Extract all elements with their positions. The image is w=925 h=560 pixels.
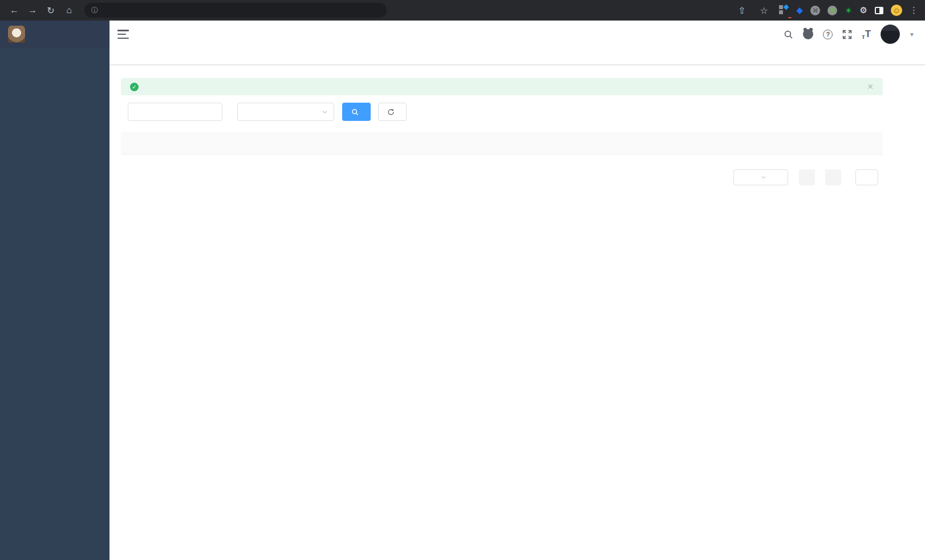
reset-button[interactable] — [378, 103, 407, 121]
share-icon[interactable]: ⇧ — [735, 3, 749, 18]
sidebar-toggle-icon[interactable] — [117, 30, 129, 39]
browser-toolbar: ← → ↻ ⌂ ⓘ ⇧ ☆ ◆ ⌘ ✶ ⚙ ☺ ⋮ — [0, 0, 925, 21]
user-menu[interactable]: ▼ — [881, 25, 915, 44]
green-dot-extension-icon[interactable] — [827, 6, 837, 15]
address-bar[interactable]: ⓘ — [84, 3, 387, 18]
page-content: ✓ ✕ — [109, 65, 883, 185]
user-avatar — [881, 25, 900, 44]
page-size-select[interactable] — [733, 169, 788, 185]
main-area: ? тT ▼ ✓ ✕ — [109, 21, 925, 560]
font-size-icon[interactable]: тT — [862, 29, 871, 40]
user-type-select[interactable] — [237, 103, 334, 121]
reload-icon[interactable]: ↻ — [43, 3, 58, 18]
navbar: ? тT ▼ — [109, 21, 925, 48]
next-page-button[interactable] — [825, 169, 841, 185]
fullscreen-icon[interactable] — [842, 30, 852, 39]
pagination — [121, 169, 883, 185]
search-button[interactable] — [342, 103, 371, 121]
user-id-input[interactable] — [128, 103, 222, 121]
search-icon[interactable] — [784, 30, 793, 39]
extension-badge — [788, 17, 792, 18]
chevron-down-icon — [322, 109, 328, 115]
forward-icon[interactable]: → — [25, 3, 40, 18]
github-icon[interactable] — [803, 29, 813, 39]
gem-extension-icon[interactable]: ◆ — [797, 5, 804, 15]
info-alert: ✓ ✕ — [121, 78, 883, 95]
sidebar — [0, 21, 109, 560]
tags-view — [109, 48, 925, 65]
chevron-down-icon — [761, 175, 766, 180]
alert-close-icon[interactable]: ✕ — [867, 82, 874, 91]
browser-menu-icon[interactable]: ⋮ — [910, 5, 918, 15]
help-icon[interactable]: ? — [823, 30, 833, 39]
puzzle-extensions-icon[interactable]: ⚙ — [860, 5, 867, 15]
chevron-down-icon: ▼ — [909, 31, 915, 38]
token-table — [121, 132, 883, 155]
table-header-row — [121, 132, 883, 155]
green-star-extension-icon[interactable]: ✶ — [845, 5, 852, 16]
app-logo — [8, 26, 25, 43]
filter-bar — [121, 103, 883, 121]
browser-profile-avatar[interactable]: ☺ — [891, 5, 902, 16]
home-icon[interactable]: ⌂ — [62, 3, 76, 18]
prev-page-button[interactable] — [799, 169, 815, 185]
side-panel-icon[interactable] — [875, 7, 883, 14]
bookmark-star-icon[interactable]: ☆ — [757, 3, 772, 18]
gray-extension-icon[interactable]: ⌘ — [810, 6, 820, 15]
goto-page-input[interactable] — [855, 169, 878, 185]
back-icon[interactable]: ← — [7, 3, 22, 18]
app-logo-bar[interactable] — [0, 21, 109, 48]
site-info-icon[interactable]: ⓘ — [91, 6, 98, 15]
sidebar-top-group — [0, 48, 109, 560]
extension-tabs-icon[interactable] — [779, 5, 789, 15]
success-check-icon: ✓ — [130, 83, 139, 91]
